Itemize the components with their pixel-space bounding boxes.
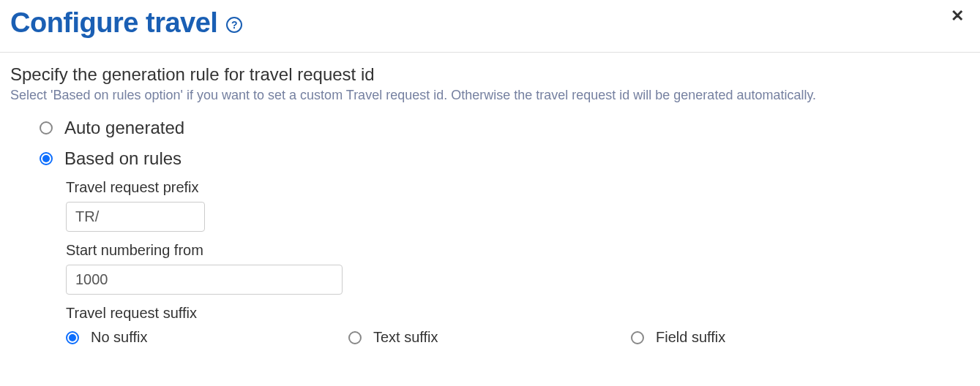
suffix-options-row: No suffix Text suffix Field suffix <box>66 329 970 346</box>
close-icon[interactable]: ✕ <box>945 4 970 29</box>
radio-based-on-rules[interactable] <box>40 152 53 165</box>
suffix-option-text-suffix: Text suffix <box>348 329 631 346</box>
help-icon[interactable]: ? <box>226 17 242 33</box>
suffix-option-field-suffix: Field suffix <box>631 329 913 346</box>
suffix-label: Travel request suffix <box>66 305 970 322</box>
section-heading: Specify the generation rule for travel r… <box>10 64 970 85</box>
radio-option-based-on-rules: Based on rules <box>40 148 970 169</box>
page-title: Configure travel <box>10 7 217 39</box>
generation-rule-group: Auto generated Based on rules <box>10 118 970 169</box>
radio-field-suffix[interactable] <box>631 331 644 344</box>
dialog-content: Specify the generation rule for travel r… <box>0 53 980 368</box>
start-number-label: Start numbering from <box>66 242 970 259</box>
prefix-field-group: Travel request prefix <box>66 179 970 232</box>
start-number-field-group: Start numbering from <box>66 242 970 295</box>
header-left: Configure travel ? <box>10 7 242 39</box>
suffix-label-text-suffix[interactable]: Text suffix <box>373 329 438 346</box>
rules-sub-form: Travel request prefix Start numbering fr… <box>10 179 970 346</box>
radio-option-auto-generated: Auto generated <box>40 118 970 138</box>
suffix-option-no-suffix: No suffix <box>66 329 348 346</box>
suffix-field-group: Travel request suffix No suffix Text suf… <box>66 305 970 346</box>
suffix-label-field-suffix[interactable]: Field suffix <box>656 329 725 346</box>
prefix-input[interactable] <box>66 202 205 232</box>
radio-label-auto-generated[interactable]: Auto generated <box>64 118 184 138</box>
radio-label-based-on-rules[interactable]: Based on rules <box>64 148 182 169</box>
radio-no-suffix[interactable] <box>66 331 79 344</box>
dialog-header: Configure travel ? ✕ <box>0 0 980 53</box>
start-number-input[interactable] <box>66 265 343 295</box>
suffix-label-no-suffix[interactable]: No suffix <box>91 329 147 346</box>
radio-text-suffix[interactable] <box>348 331 362 344</box>
prefix-label: Travel request prefix <box>66 179 970 196</box>
section-subheading: Select 'Based on rules option' if you wa… <box>10 88 970 103</box>
radio-auto-generated[interactable] <box>40 121 53 135</box>
